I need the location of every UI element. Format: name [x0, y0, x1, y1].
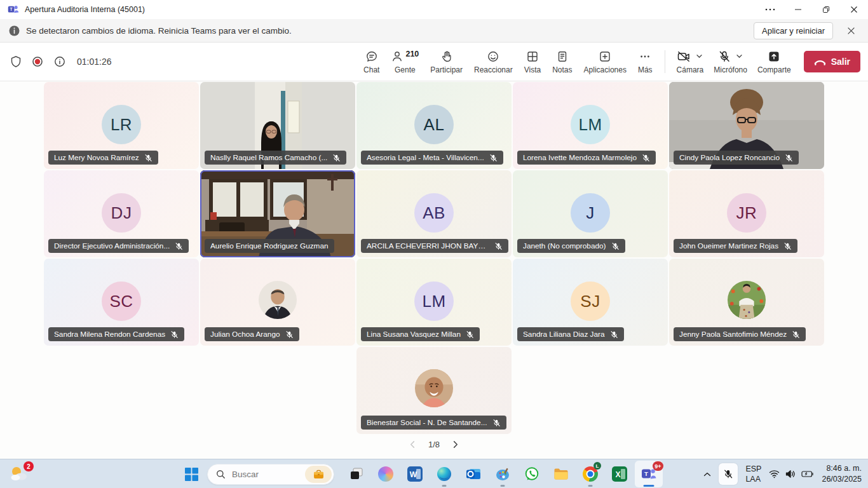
avatar-initials: JR	[727, 193, 766, 233]
app-running-indicator	[588, 485, 593, 487]
participant-name: Asesoria Legal - Meta - Villavicen...	[367, 153, 484, 162]
svg-text:W: W	[410, 470, 417, 479]
camera-options-chevron-icon[interactable]	[696, 54, 703, 58]
participant-tile[interactable]: LMLorena Ivette Mendoza Marmolejo	[513, 82, 668, 169]
participant-name: Cindy Paola Lopez Roncancio	[679, 153, 780, 162]
avatar-initials: LM	[414, 281, 454, 321]
notification-close-icon[interactable]	[847, 27, 855, 35]
apply-restart-button[interactable]: Aplicar y reiniciar	[754, 22, 833, 39]
microphone-options-chevron-icon[interactable]	[736, 54, 743, 58]
participant-tile[interactable]: JJaneth (No comprobado)	[513, 170, 668, 257]
speaker-icon[interactable]	[785, 470, 796, 478]
toolbar-button-mas[interactable]: Más	[632, 50, 658, 74]
taskbar-app-file-explorer[interactable]	[547, 461, 575, 487]
participant-name: Sandra Milena Rendon Cardenas	[54, 330, 165, 339]
shield-icon[interactable]	[10, 55, 22, 68]
mic-muted-icon	[144, 154, 153, 162]
participant-nameplate: Director Ejecutivo Administración...	[48, 239, 189, 253]
taskbar-app-edge[interactable]	[430, 461, 458, 487]
participant-tile[interactable]: Naslly Raquel Ramos Camacho (...	[200, 82, 355, 169]
toolbar-button-label: Vista	[524, 65, 541, 74]
taskbar-search[interactable]	[207, 464, 334, 485]
toolbar-button-participar[interactable]: Participar	[424, 50, 468, 74]
participant-tile[interactable]: ABARCILA ECHEVERRI JHON BAYRO...	[356, 170, 512, 257]
participant-tile[interactable]: Julian Ochoa Arango	[200, 259, 355, 346]
camera-button[interactable]: Cámara	[677, 50, 704, 74]
participant-name: Bienestar Social - N. De Santande...	[367, 418, 487, 427]
tray-microphone-muted-icon[interactable]	[719, 463, 738, 485]
taskbar-app-outlook[interactable]	[459, 461, 487, 487]
mic-muted-icon	[792, 330, 800, 339]
avatar-photo	[414, 369, 454, 408]
minimize-button[interactable]	[784, 0, 812, 19]
share-button[interactable]: Comparte	[757, 50, 791, 74]
previous-page-button[interactable]	[409, 440, 417, 449]
search-input[interactable]	[232, 470, 302, 479]
language-indicator[interactable]: ESP LAA	[745, 464, 761, 485]
chrome-badge: L	[593, 462, 601, 470]
wifi-icon[interactable]	[769, 470, 780, 478]
participant-tile[interactable]: DJDirector Ejecutivo Administración...	[44, 170, 199, 257]
next-page-button[interactable]	[451, 440, 459, 449]
participant-tile[interactable]: LMLina Susana Vasquez Millan	[356, 259, 512, 346]
taskbar-app-excel[interactable]: X	[606, 461, 634, 487]
meeting-toolbar: 01:01:26 Chat210GenteParticiparReacciona…	[0, 43, 868, 81]
leave-meeting-button[interactable]: Salir	[804, 51, 860, 72]
chat-icon	[365, 50, 378, 64]
microphone-button[interactable]: Micrófono	[714, 50, 747, 74]
avatar-photo	[727, 280, 766, 320]
vista-icon	[526, 50, 539, 64]
toolbar-button-chat[interactable]: Chat	[358, 50, 385, 74]
participant-nameplate: Asesoria Legal - Meta - Villavicen...	[361, 151, 503, 165]
taskbar-app-copilot[interactable]	[372, 461, 400, 487]
toolbar-button-reaccionar[interactable]: Reaccionar	[468, 50, 519, 74]
window-menu-button[interactable]	[756, 0, 784, 19]
taskbar-app-whatsapp[interactable]	[518, 461, 546, 487]
participant-tile[interactable]: Bienestar Social - N. De Santande...	[356, 347, 512, 434]
taskbar-app-task-view[interactable]	[342, 461, 370, 487]
mic-muted-icon	[610, 330, 618, 339]
weather-badge: 2	[24, 461, 34, 471]
taskbar-app-paint[interactable]	[489, 461, 517, 487]
toolbar-separator	[665, 50, 665, 73]
meeting-info-icon[interactable]	[53, 55, 66, 68]
toolbar-button-aplicaciones[interactable]: Aplicaciones	[578, 50, 632, 74]
battery-icon[interactable]	[801, 470, 814, 478]
tray-chevron-up-icon[interactable]	[703, 472, 711, 477]
gallery-pagination: 1/8	[0, 440, 868, 449]
window-titlebar: T Apertura Auditoria Interna (45001)	[0, 0, 868, 19]
participant-tile[interactable]: SJSandra Liliana Diaz Jara	[513, 259, 668, 346]
start-button[interactable]	[179, 461, 204, 487]
participant-name: Lorena Ivette Mendoza Marmolejo	[523, 153, 637, 162]
taskbar-app-chrome[interactable]: L	[576, 461, 604, 487]
gallery-row: Bienestar Social - N. De Santande...	[44, 347, 824, 434]
clock-datetime[interactable]: 8:46 a. m. 26/03/2025	[822, 463, 862, 485]
avatar-initials: SC	[102, 281, 141, 321]
toolbar-button-gente[interactable]: 210Gente	[385, 50, 424, 74]
participant-tile[interactable]: LRLuz Mery Novoa Ramírez	[44, 82, 199, 169]
participant-tile[interactable]: SCSandra Milena Rendon Cardenas	[44, 259, 199, 346]
weather-widget[interactable]: 2	[8, 464, 31, 484]
participant-tile[interactable]: Jenny Paola Santofimio Méndez	[669, 259, 824, 346]
participant-nameplate: Aurelio Enrique Rodriguez Guzman	[205, 239, 334, 253]
info-icon	[9, 25, 20, 36]
toolbar-button-vista[interactable]: Vista	[519, 50, 546, 74]
participant-tile[interactable]: JRJohn Oueimer Martinez Rojas	[669, 170, 824, 257]
teams-badge: 9+	[653, 461, 663, 471]
participant-tile[interactable]: ALAsesoria Legal - Meta - Villavicen...	[356, 82, 512, 169]
toolbar-button-notas[interactable]: Notas	[546, 50, 578, 74]
taskbar-app-word[interactable]: W	[401, 461, 429, 487]
leave-label: Salir	[831, 57, 850, 67]
participant-tile[interactable]: Aurelio Enrique Rodriguez Guzman	[200, 170, 355, 257]
participant-tile[interactable]: Cindy Paola Lopez Roncancio	[669, 82, 824, 169]
taskbar-app-teams[interactable]: T9+	[635, 461, 663, 487]
microphone-label: Micrófono	[714, 65, 747, 74]
close-button[interactable]	[840, 0, 868, 19]
reaccionar-icon	[487, 50, 499, 64]
mic-muted-icon	[642, 154, 650, 162]
hang-up-icon	[814, 58, 826, 65]
meeting-stage: LRLuz Mery Novoa RamírezNaslly Raquel Ra…	[0, 81, 868, 459]
toolbar-button-label: Aplicaciones	[584, 65, 627, 74]
search-highlight-briefcase-icon[interactable]	[305, 466, 332, 483]
maximize-button[interactable]	[812, 0, 840, 19]
